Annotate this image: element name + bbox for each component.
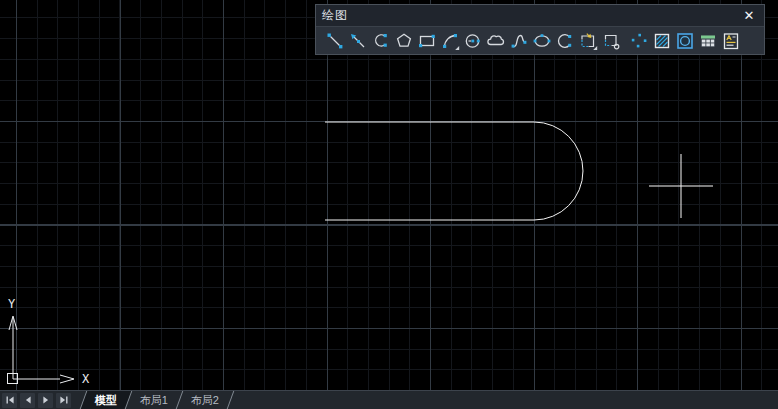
line-tool-button[interactable] <box>323 29 346 53</box>
step-next-icon <box>40 394 52 406</box>
close-icon[interactable]: ✕ <box>740 8 758 24</box>
drawing-canvas[interactable] <box>0 0 778 409</box>
ucs-y-label: Y <box>8 297 16 311</box>
make-block-tool-button[interactable] <box>599 29 622 53</box>
draw-toolbar-panel: 绘图 ✕ <box>315 4 765 55</box>
insert-block-tool-button[interactable] <box>576 29 599 53</box>
line-icon <box>325 31 345 51</box>
arc-tool-button[interactable] <box>438 29 461 53</box>
tab-layout1-label: 布局1 <box>140 393 168 408</box>
rectangle-tool-button[interactable] <box>415 29 438 53</box>
revision-cloud-tool-button[interactable] <box>484 29 507 53</box>
point-icon <box>629 31 649 51</box>
draw-toolbar-titlebar[interactable]: 绘图 ✕ <box>316 5 764 27</box>
tab-nav-last-button[interactable] <box>56 393 71 408</box>
make-block-icon <box>601 31 621 51</box>
table-tool-button[interactable] <box>696 29 719 53</box>
insert-block-icon <box>578 31 598 51</box>
crosshair-cursor <box>649 154 713 218</box>
ellipse-arc-tool-button[interactable] <box>553 29 576 53</box>
spline-icon <box>509 31 529 51</box>
step-last-icon <box>58 394 70 406</box>
table-icon <box>698 31 718 51</box>
hatch-tool-button[interactable] <box>650 29 673 53</box>
tab-nav-previous-button[interactable] <box>20 393 35 408</box>
tab-model[interactable]: 模型 <box>80 391 133 409</box>
tab-nav-buttons <box>0 391 75 409</box>
ellipse-arc-icon <box>555 31 575 51</box>
tab-layout2-label: 布局2 <box>191 393 219 408</box>
ucs-icon: Y X <box>0 295 100 390</box>
step-previous-icon <box>22 394 34 406</box>
tab-layout2[interactable]: 布局2 <box>177 391 235 409</box>
polyline-icon <box>371 31 391 51</box>
ellipse-tool-button[interactable] <box>530 29 553 53</box>
step-first-icon <box>4 394 16 406</box>
polygon-icon <box>394 31 414 51</box>
tab-layout1[interactable]: 布局1 <box>126 391 184 409</box>
draw-toolbar-title: 绘图 <box>322 5 348 26</box>
slot-entity[interactable] <box>325 122 583 220</box>
tab-nav-next-button[interactable] <box>38 393 53 408</box>
rectangle-icon <box>417 31 437 51</box>
construction-line-tool-button[interactable] <box>346 29 369 53</box>
construction-line-icon <box>348 31 368 51</box>
point-tool-button[interactable] <box>627 29 650 53</box>
tab-model-label: 模型 <box>95 393 117 408</box>
drawing-viewport[interactable]: Y X 绘图 ✕ <box>0 0 778 409</box>
mtext-tool-button[interactable] <box>719 29 742 53</box>
gradient-icon <box>675 31 695 51</box>
spline-tool-button[interactable] <box>507 29 530 53</box>
ellipse-icon <box>532 31 552 51</box>
layout-tabs: 模型 布局1 布局2 <box>83 391 231 409</box>
draw-toolbar-iconrow <box>316 27 764 55</box>
circle-icon <box>463 31 483 51</box>
arc-icon <box>440 31 460 51</box>
mtext-icon <box>721 31 741 51</box>
polyline-tool-button[interactable] <box>369 29 392 53</box>
tab-nav-first-button[interactable] <box>2 393 17 408</box>
circle-tool-button[interactable] <box>461 29 484 53</box>
gradient-tool-button[interactable] <box>673 29 696 53</box>
hatch-icon <box>652 31 672 51</box>
layout-tabbar: 模型 布局1 布局2 <box>0 390 778 409</box>
polygon-tool-button[interactable] <box>392 29 415 53</box>
ucs-x-label: X <box>82 372 90 386</box>
revision-cloud-icon <box>486 31 506 51</box>
